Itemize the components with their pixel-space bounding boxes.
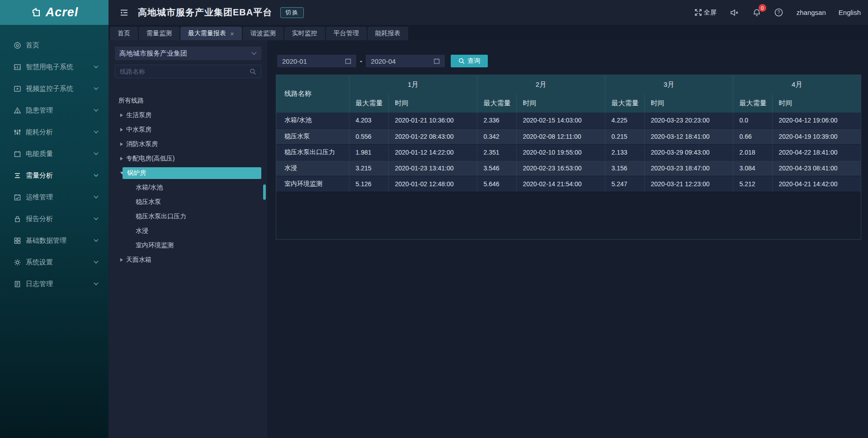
- demand-cell: 0.66: [733, 128, 772, 144]
- sidebar-item-label: 需量分析: [26, 171, 53, 180]
- caret-right-icon[interactable]: [120, 113, 123, 117]
- username-menu[interactable]: zhangsan: [797, 9, 826, 16]
- time-cell: 2020-04-22 18:41:00: [772, 144, 861, 160]
- tree-node-roof-water-tank[interactable]: 天面水箱: [115, 253, 261, 267]
- end-month-value: 2020-04: [371, 57, 396, 65]
- calendar-icon[interactable]: [345, 58, 351, 64]
- switch-button[interactable]: 切换: [280, 7, 304, 18]
- start-month-picker[interactable]: 2020-01: [277, 55, 356, 67]
- close-icon[interactable]: ×: [230, 30, 234, 37]
- home-icon: [14, 42, 21, 49]
- tree-node-label: 室内环境监测: [136, 241, 174, 250]
- tree-node-water-tank[interactable]: 水箱/水池: [115, 180, 261, 195]
- caret-right-icon[interactable]: [120, 258, 123, 262]
- table-row: 水箱/水池 4.203 2020-01-21 10:36:00 2.336 20…: [276, 113, 861, 128]
- tree-node-fire-pump-room[interactable]: 消防水泵房: [115, 137, 261, 151]
- tree-node-water-immersion[interactable]: 水浸: [115, 224, 261, 238]
- tree-node-life-pump-room[interactable]: 生活泵房: [115, 108, 261, 122]
- line-name-cell: 稳压水泵: [276, 128, 349, 144]
- line-search-box: [115, 65, 261, 78]
- table-group-header-row: 线路名称 1月 2月 3月 4月: [276, 75, 861, 94]
- tab-platform-mgmt[interactable]: 平台管理: [326, 27, 367, 40]
- app-body: 首页 智慧用电子系统 视频监控子系统 隐患管理: [0, 25, 868, 438]
- time-cell: 2020-04-12 19:06:00: [772, 113, 861, 128]
- tree-scrollbar-thumb[interactable]: [263, 184, 266, 200]
- demand-cell: 0.0: [733, 113, 772, 128]
- tab-label: 平台管理: [334, 29, 359, 38]
- caret-right-icon[interactable]: [120, 128, 123, 132]
- top-header: Acrel 高地城市服务产业集团EBA平台 切换 全屏: [0, 0, 868, 25]
- language-toggle[interactable]: English: [839, 9, 861, 16]
- tree-node-boiler-room[interactable]: 锅炉房: [115, 166, 261, 180]
- tree-node-dedicated-power-room[interactable]: 专配电房(高低压): [115, 151, 261, 166]
- search-icon: [458, 58, 465, 64]
- table-row: 稳压水泵 0.556 2020-01-22 08:43:00 0.342 202…: [276, 128, 861, 144]
- tab-realtime-monitor[interactable]: 实时监控: [284, 27, 325, 40]
- sidebar-nav: 首页 智慧用电子系统 视频监控子系统 隐患管理: [0, 25, 108, 438]
- tab-energy-report[interactable]: 能耗报表: [368, 27, 408, 40]
- sidebar-item-system-settings[interactable]: 系统设置: [0, 251, 108, 273]
- tree-node-label: 消防水泵房: [126, 140, 158, 148]
- sidebar-item-ops-mgmt[interactable]: 运维管理: [0, 186, 108, 208]
- time-cell: 2020-02-08 12:11:00: [516, 128, 605, 144]
- grid-icon: [14, 237, 21, 245]
- sidebar-item-energy-analysis[interactable]: 能耗分析: [0, 121, 108, 143]
- chevron-down-icon: [94, 87, 99, 90]
- organization-select[interactable]: 高地城市服务产业集团: [115, 47, 261, 60]
- time-cell: 2020-02-15 14:03:00: [516, 113, 605, 128]
- caret-right-icon[interactable]: [120, 157, 123, 160]
- tree-node-pressure-pump-outlet[interactable]: 稳压水泵出口压力: [115, 209, 261, 224]
- demand-cell: 3.084: [733, 160, 772, 176]
- tab-label: 实时监控: [292, 29, 317, 38]
- demand-cell: 4.225: [605, 113, 644, 128]
- tab-label: 谐波监测: [250, 29, 276, 38]
- sidebar-item-report-analysis[interactable]: 报告分析: [0, 208, 108, 230]
- tree-node-pressure-pump[interactable]: 稳压水泵: [115, 195, 261, 209]
- tab-harmonic-monitor[interactable]: 谐波监测: [243, 27, 283, 40]
- sidebar-item-base-data-mgmt[interactable]: 基础数据管理: [0, 230, 108, 251]
- column-group-month-4: 4月: [733, 75, 861, 94]
- sidebar-item-demand-analysis[interactable]: 需量分析: [0, 165, 108, 186]
- demand-cell: 2.336: [477, 113, 516, 128]
- tab-label: 能耗报表: [375, 29, 401, 38]
- sidebar-item-video-monitor[interactable]: 视频监控子系统: [0, 78, 108, 99]
- page-title: 高地城市服务产业集团EBA平台: [138, 6, 272, 19]
- sidebar-item-power-quality[interactable]: 电能质量: [0, 143, 108, 165]
- end-month-picker[interactable]: 2020-04: [366, 55, 445, 67]
- tree-node-label: 专配电房(高低压): [126, 155, 175, 163]
- tab-label: 最大需量报表: [188, 29, 226, 38]
- query-button[interactable]: 查询: [451, 55, 488, 67]
- column-header-time: 时间: [772, 94, 861, 113]
- time-cell: 2020-01-21 10:36:00: [388, 113, 477, 128]
- help-button[interactable]: ?: [774, 8, 783, 17]
- chevron-down-icon: [94, 217, 99, 221]
- sidebar-item-log-mgmt[interactable]: 日志管理: [0, 273, 108, 295]
- tab-max-demand-report[interactable]: 最大需量报表 ×: [180, 27, 242, 40]
- tree-node-indoor-env-monitor[interactable]: 室内环境监测: [115, 238, 261, 253]
- mute-button[interactable]: [730, 9, 739, 17]
- tab-home[interactable]: 首页: [110, 27, 138, 40]
- sidebar-item-hazard-mgmt[interactable]: 隐患管理: [0, 99, 108, 121]
- sidebar-item-label: 电能质量: [26, 150, 53, 158]
- fullscreen-button[interactable]: 全屏: [694, 9, 717, 17]
- sidebar-item-label: 智慧用电子系统: [26, 63, 73, 71]
- caret-right-icon[interactable]: [120, 142, 123, 146]
- sidebar-item-label: 运维管理: [26, 193, 53, 202]
- tree-node-reclaimed-water-pump-room[interactable]: 中水泵房: [115, 122, 261, 137]
- demand-cell: 3.215: [349, 160, 388, 176]
- demand-cell: 5.646: [477, 176, 516, 192]
- tree-node-all-lines[interactable]: 所有线路: [115, 94, 261, 108]
- time-cell: 2020-03-12 18:41:00: [644, 128, 733, 144]
- calendar-icon[interactable]: [434, 58, 440, 64]
- demand-cell: 2.133: [605, 144, 644, 160]
- search-icon[interactable]: [250, 68, 256, 75]
- time-cell: 2020-03-21 12:23:00: [644, 176, 733, 192]
- line-search-input[interactable]: [120, 68, 250, 75]
- tab-demand-monitor[interactable]: 需量监测: [139, 27, 179, 40]
- sidebar-item-smart-power[interactable]: 智慧用电子系统: [0, 56, 108, 78]
- open-tabs-bar: 首页 需量监测 最大需量报表 × 谐波监测 实时监控 平台管理 能耗报表: [108, 25, 868, 40]
- notifications-button[interactable]: 0: [753, 8, 761, 17]
- column-group-month-1: 1月: [349, 75, 477, 94]
- sidebar-item-home[interactable]: 首页: [0, 34, 108, 56]
- collapse-menu-icon[interactable]: [119, 8, 129, 17]
